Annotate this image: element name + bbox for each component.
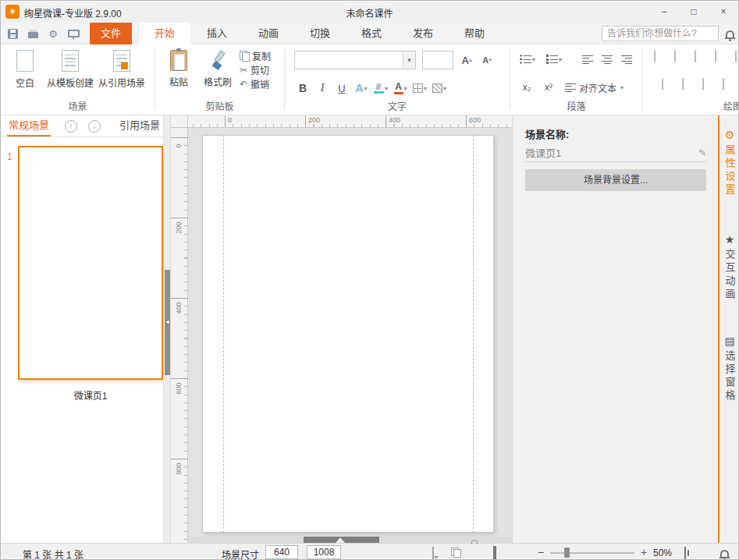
format-painter-label: 格式刷: [204, 75, 232, 88]
fit-screen-button[interactable]: [684, 548, 686, 558]
minimize-button[interactable]: –: [649, 1, 679, 23]
shrink-font-button[interactable]: A ▾: [478, 51, 496, 69]
tab-format[interactable]: 格式: [346, 23, 397, 44]
dropdown-icon: ▾: [532, 56, 535, 63]
draw-tool-icon[interactable]: [682, 78, 684, 90]
tab-normal-scenes[interactable]: 常规场景: [7, 115, 51, 136]
tab-publish[interactable]: 发布: [397, 23, 449, 44]
underline-button[interactable]: U: [333, 80, 350, 97]
zoom-slider-track[interactable]: [550, 552, 634, 554]
copy-button[interactable]: 复制: [240, 49, 271, 62]
scene-background-button[interactable]: 场景背景设置...: [525, 169, 706, 191]
notification-button[interactable]: [720, 548, 729, 559]
border-button[interactable]: ▾: [411, 80, 428, 97]
scene-size-label: 场景尺寸: [222, 548, 259, 560]
draw-tool-icon[interactable]: [695, 50, 696, 62]
draw-tool-icon[interactable]: [654, 50, 656, 62]
close-button[interactable]: ×: [709, 1, 738, 23]
blank-scene-label: 空白: [16, 76, 34, 89]
draw-tool-icon[interactable]: [662, 78, 663, 90]
draw-tool-icon[interactable]: [702, 78, 704, 90]
from-reference-button[interactable]: 从引用场景: [96, 48, 147, 89]
tab-animation[interactable]: 动画: [243, 23, 294, 44]
pencil-icon[interactable]: ✎: [698, 147, 706, 158]
paste-label: 粘贴: [169, 75, 188, 88]
font-color-button[interactable]: A ▾: [392, 80, 409, 97]
numbered-list-button[interactable]: ▾: [545, 51, 563, 68]
bullet-list-button[interactable]: ▾: [518, 51, 537, 68]
preview-button[interactable]: [66, 27, 80, 41]
undo-button[interactable]: ↶ 撤销: [240, 77, 269, 90]
grow-font-button[interactable]: A ▴: [458, 51, 475, 69]
subscript-label: x₂: [523, 82, 531, 93]
dropdown-icon[interactable]: ▾: [403, 51, 415, 69]
highlight-button[interactable]: ▾: [372, 80, 389, 97]
copy-icon: [240, 51, 249, 61]
tab-selection-pane[interactable]: ▤ 选择窗格: [719, 335, 739, 403]
paste-button[interactable]: 粘贴: [162, 48, 196, 88]
tell-me-search-input[interactable]: [602, 26, 719, 41]
text-effect-button[interactable]: A ▾: [353, 80, 370, 97]
cut-button[interactable]: ✂ 剪切: [240, 63, 269, 76]
brush-icon: [208, 50, 227, 71]
canvas-page[interactable]: [202, 135, 494, 533]
draw-tool-icon[interactable]: [715, 50, 716, 62]
tab-properties-label: 属性设置: [723, 144, 737, 197]
from-template-button[interactable]: 从模板创建: [46, 48, 94, 89]
font-family-select[interactable]: ▾: [294, 51, 416, 69]
horizontal-scrollbar[interactable]: [188, 537, 512, 543]
copy-label: 复制: [252, 49, 271, 62]
superscript-button[interactable]: x²: [540, 79, 557, 96]
draw-tool-icon[interactable]: [735, 50, 737, 62]
dropdown-icon: ▾: [620, 84, 624, 91]
tab-file[interactable]: 文件: [90, 23, 132, 44]
scene-width-input[interactable]: [265, 545, 298, 559]
tab-help[interactable]: 帮助: [449, 23, 500, 44]
font-size-select[interactable]: [422, 51, 453, 69]
maximize-button[interactable]: □: [679, 1, 709, 23]
ruler-label: 400: [175, 300, 183, 316]
zoom-out-button[interactable]: −: [538, 546, 544, 558]
zoom-in-button[interactable]: +: [641, 546, 647, 558]
move-scene-down-button[interactable]: ↓: [88, 120, 101, 133]
tab-transition[interactable]: 切换: [294, 23, 346, 44]
align-left-button[interactable]: [579, 51, 596, 68]
ribbon: 空白 从模板创建 从引用场景 场景 粘贴 格式刷: [1, 44, 738, 115]
scene-name-field[interactable]: 微课页1 ✎: [525, 144, 706, 162]
save-button[interactable]: [5, 27, 20, 41]
scene-height-input[interactable]: [307, 545, 341, 559]
move-scene-up-button[interactable]: ↑: [65, 120, 77, 133]
format-painter-button[interactable]: 格式刷: [199, 48, 236, 88]
panel-splitter: ◂: [163, 115, 170, 543]
draw-tool-icon[interactable]: [723, 78, 724, 90]
align-center-button[interactable]: [599, 51, 616, 68]
underline-letter: U: [338, 83, 345, 94]
ribbon-tab-row: ⚙ 文件 开始 插入 动画 切换 格式 发布 帮助: [1, 23, 738, 44]
font-color-bar: [394, 92, 403, 94]
tab-reference-scenes[interactable]: 引用场景: [118, 115, 162, 136]
draw-tool-icon[interactable]: [674, 50, 676, 62]
ribbon-group-text: ▾ A ▴ A ▾ B I U A ▾: [285, 44, 510, 115]
shading-button[interactable]: ▾: [431, 80, 448, 97]
page-down-button[interactable]: [432, 548, 434, 558]
scene-name-value[interactable]: 微课页1: [525, 145, 561, 160]
bold-button[interactable]: B: [294, 80, 311, 97]
tab-properties[interactable]: ⚙ 属性设置: [719, 129, 739, 197]
align-right-button[interactable]: [618, 51, 635, 68]
play-preview-button[interactable]: [493, 548, 496, 558]
tab-insert[interactable]: 插入: [191, 23, 243, 44]
splitter-handle[interactable]: ◂: [165, 270, 170, 375]
slide-thumbnail[interactable]: [18, 146, 163, 380]
italic-button[interactable]: I: [314, 80, 331, 97]
blank-scene-button[interactable]: 空白: [7, 48, 43, 89]
subscript-button[interactable]: x₂: [518, 79, 535, 96]
dropdown-icon: ▾: [559, 56, 562, 63]
notification-button[interactable]: [726, 29, 734, 40]
align-text-button[interactable]: 对齐文本 ▾: [563, 79, 625, 96]
tab-interactive-animation[interactable]: ★ 交互动画: [719, 234, 739, 302]
print-button[interactable]: [26, 27, 40, 41]
ribbon-tabs: 开始 插入 动画 切换 格式 发布 帮助: [138, 23, 500, 44]
tab-home[interactable]: 开始: [138, 23, 191, 44]
settings-button[interactable]: ⚙: [46, 27, 60, 41]
zoom-slider-thumb[interactable]: [564, 548, 570, 558]
